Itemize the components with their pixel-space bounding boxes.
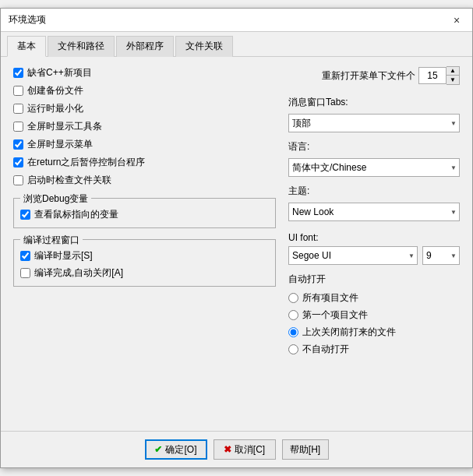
language-label: 语言: [288, 140, 460, 153]
checkbox-auto-close-compile: 编译完成,自动关闭[A] [20, 266, 269, 280]
radio-no-auto-open: 不自动打开 [288, 343, 460, 356]
tab-external-programs[interactable]: 外部程序 [116, 36, 174, 57]
language-row: 语言: 简体中文/Chinese English 繁體中文 [288, 140, 460, 177]
spinner-group: ▲ ▼ [418, 66, 460, 85]
radio-last-closed-files-input[interactable] [288, 327, 298, 337]
checkbox-show-during-compile-label: 编译时显示[S] [34, 249, 93, 263]
reopen-spinner-input[interactable] [418, 67, 447, 84]
checkbox-default-cpp-label: 缺省C++新项目 [27, 66, 92, 79]
checkbox-fullscreen-menu-label: 全屏时显示菜单 [27, 138, 93, 151]
close-button[interactable]: × [449, 12, 464, 28]
checkbox-check-file-assoc-label: 启动时检查文件关联 [27, 174, 111, 187]
theme-row: 主题: New Look Classic Dark [288, 185, 460, 221]
tab-files-paths[interactable]: 文件和路径 [48, 36, 115, 57]
font-row: Segoe UI Arial Tahoma Verdana 9 10 11 12 [288, 246, 460, 265]
radio-all-project-files: 所有项目文件 [288, 291, 460, 305]
checkbox-minimize-label: 运行时最小化 [27, 102, 83, 115]
ui-font-row: UI font: Segoe UI Arial Tahoma Verdana 9 [288, 229, 460, 265]
checkbox-auto-close-compile-input[interactable] [20, 268, 30, 278]
compile-group-title: 编译过程窗口 [20, 234, 83, 247]
checkbox-backup-label: 创建备份文件 [27, 84, 83, 97]
checkbox-check-file-assoc-input[interactable] [13, 175, 23, 185]
checkbox-backup: 创建备份文件 [13, 84, 276, 97]
auto-open-label: 自动打开 [288, 273, 460, 286]
spinner-down-button[interactable]: ▼ [447, 76, 459, 84]
radio-no-auto-open-label: 不自动打开 [302, 343, 349, 356]
spinner-up-button[interactable]: ▲ [447, 67, 459, 76]
title-bar: 环境选项 × [1, 9, 472, 32]
font-size-select[interactable]: 9 10 11 12 [422, 246, 460, 265]
checkbox-watch-mouse-input[interactable] [20, 210, 30, 220]
debug-group-content: 查看鼠标指向的变量 [20, 208, 269, 221]
checkbox-fullscreen-menu: 全屏时显示菜单 [13, 138, 276, 151]
checkbox-watch-mouse-label: 查看鼠标指向的变量 [34, 208, 118, 221]
check-icon: ✔ [154, 444, 162, 455]
radio-first-project-file-label: 第一个项目文件 [302, 309, 368, 322]
checkbox-default-cpp: 缺省C++新项目 [13, 66, 276, 79]
compile-group: 编译过程窗口 编译时显示[S] 编译完成,自动关闭[A] [13, 239, 276, 287]
font-select-wrapper: Segoe UI Arial Tahoma Verdana [288, 246, 418, 265]
checkbox-show-during-compile: 编译时显示[S] [20, 249, 269, 263]
checkbox-watch-mouse: 查看鼠标指向的变量 [20, 208, 269, 221]
checkbox-fullscreen-toolbar-label: 全屏时显示工具条 [27, 120, 102, 133]
checkbox-show-during-compile-input[interactable] [20, 251, 30, 261]
checkbox-pause-after-return-input[interactable] [13, 157, 23, 167]
spinner-buttons: ▲ ▼ [447, 66, 460, 85]
radio-last-closed-files: 上次关闭前打来的文件 [288, 326, 460, 339]
message-tabs-select[interactable]: 顶部 底部 左侧 右侧 [288, 114, 460, 132]
help-button[interactable]: 帮助[H] [282, 439, 329, 460]
message-tabs-label: 消息窗口Tabs: [288, 96, 460, 109]
theme-label: 主题: [288, 185, 460, 198]
message-tabs-row: 消息窗口Tabs: 顶部 底部 左侧 右侧 [288, 96, 460, 132]
dialog: 环境选项 × 基本 文件和路径 外部程序 文件关联 缺省C++新项目 创建备份文… [0, 8, 473, 468]
message-tabs-select-wrapper: 顶部 底部 左侧 右侧 [288, 114, 460, 132]
tab-file-associations[interactable]: 文件关联 [175, 36, 233, 57]
ok-label: 确定[O] [165, 443, 196, 457]
debug-group: 浏览Debug变量 查看鼠标指向的变量 [13, 198, 276, 228]
font-size-wrapper: 9 10 11 12 [422, 246, 460, 265]
reopen-row: 重新打开菜单下文件个 ▲ ▼ [288, 66, 460, 85]
theme-select[interactable]: New Look Classic Dark [288, 203, 460, 221]
cross-icon: ✖ [224, 444, 231, 455]
ui-font-label: UI font: [288, 232, 460, 243]
checkbox-default-cpp-input[interactable] [13, 68, 23, 78]
tab-bar: 基本 文件和路径 外部程序 文件关联 [1, 32, 472, 57]
radio-first-project-file-input[interactable] [288, 310, 298, 320]
checkbox-check-file-assoc: 启动时检查文件关联 [13, 174, 276, 187]
checkbox-minimize: 运行时最小化 [13, 102, 276, 115]
ok-button[interactable]: ✔ 确定[O] [145, 439, 207, 460]
compile-group-content: 编译时显示[S] 编译完成,自动关闭[A] [20, 249, 269, 280]
cancel-label: 取消[C] [235, 443, 265, 457]
cancel-button[interactable]: ✖ 取消[C] [214, 439, 276, 460]
content-area: 缺省C++新项目 创建备份文件 运行时最小化 全屏时显示工具条 全屏时显示菜单 … [1, 57, 472, 431]
radio-all-project-files-label: 所有项目文件 [302, 291, 358, 305]
radio-last-closed-files-label: 上次关闭前打来的文件 [302, 326, 396, 339]
radio-all-project-files-input[interactable] [288, 293, 298, 303]
checkbox-backup-input[interactable] [13, 86, 23, 96]
right-panel: 重新打开菜单下文件个 ▲ ▼ 消息窗口Tabs: 顶部 底部 左侧 [288, 66, 460, 421]
font-select[interactable]: Segoe UI Arial Tahoma Verdana [288, 246, 418, 265]
checkbox-fullscreen-toolbar-input[interactable] [13, 122, 23, 132]
debug-group-title: 浏览Debug变量 [20, 192, 91, 206]
reopen-label: 重新打开菜单下文件个 [288, 69, 415, 83]
theme-select-wrapper: New Look Classic Dark [288, 203, 460, 221]
help-label: 帮助[H] [290, 443, 320, 457]
checkbox-pause-after-return: 在return之后暂停控制台程序 [13, 156, 276, 169]
checkbox-pause-after-return-label: 在return之后暂停控制台程序 [27, 156, 145, 169]
radio-no-auto-open-input[interactable] [288, 344, 298, 354]
footer: ✔ 确定[O] ✖ 取消[C] 帮助[H] [1, 431, 472, 467]
checkbox-minimize-input[interactable] [13, 104, 23, 114]
language-select-wrapper: 简体中文/Chinese English 繁體中文 [288, 158, 460, 177]
dialog-title: 环境选项 [9, 13, 46, 26]
tab-basic[interactable]: 基本 [7, 36, 46, 57]
language-select[interactable]: 简体中文/Chinese English 繁體中文 [288, 158, 460, 177]
checkbox-fullscreen-menu-input[interactable] [13, 139, 23, 150]
checkbox-auto-close-compile-label: 编译完成,自动关闭[A] [34, 266, 123, 280]
checkbox-fullscreen-toolbar: 全屏时显示工具条 [13, 120, 276, 133]
auto-open-section: 自动打开 所有项目文件 第一个项目文件 上次关闭前打来的文件 不自动打开 [288, 273, 460, 356]
left-panel: 缺省C++新项目 创建备份文件 运行时最小化 全屏时显示工具条 全屏时显示菜单 … [13, 66, 276, 421]
radio-first-project-file: 第一个项目文件 [288, 309, 460, 322]
